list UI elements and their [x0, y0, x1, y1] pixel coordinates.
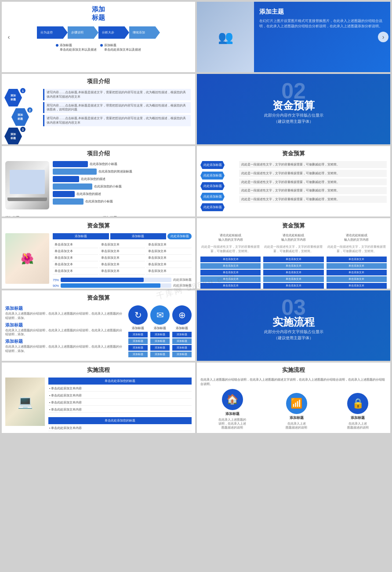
- prog-bar-bg-1: [61, 278, 171, 282]
- td-1-5: 单击添加文本: [53, 268, 98, 275]
- add-title-blue-3: 添加标题: [5, 338, 125, 345]
- slide-8: 资金预算 请在此处粘贴或输入您的文字内容 此处是一段描述性文字，文字的容量根据需…: [197, 218, 390, 289]
- icon-col-1: ↻ 添加标题 添加标题 添加标题 添加标题 添加标题: [128, 305, 148, 357]
- diamond-1: 此处添加标题: [200, 161, 225, 169]
- slide9-left: 添加标题 在此录入上述图题的分绍说明，在此录入上述图题的分绍说明，在此录入上述图…: [5, 305, 125, 357]
- slide2-desc: 在幻灯片上图片设置图片格式可直接替换图片，在此录入上述图题的分绍组合说明，在此录…: [259, 18, 385, 29]
- table1-row-4: • 单击此处添加文本内容: [48, 407, 192, 413]
- slide12-title: 实施流程: [197, 363, 390, 376]
- slide3-hexagons: 添加标题 1 添加标题 2 添加标题 3: [4, 89, 40, 144]
- col3-3-desc: 此处是一段描述性文字，文字的容量根据需要，可做删减处理，宜精简。: [327, 245, 387, 253]
- list-bar-6: 在此添加您的小标题: [53, 198, 192, 205]
- slide2-title: 添加主题: [259, 8, 385, 16]
- col3-2-desc: 此处是一段描述性文字，文字的容量根据需要，可做删减处理，宜精简。: [263, 245, 323, 253]
- prog-pct-1: 75%: [53, 279, 59, 282]
- slide6-right: 此处是一段描述性文字，文字的容量根据需要，可做删减处理，宜精简。 此处是一段描述…: [239, 161, 387, 211]
- slide-12: 实施流程 在此录入上述图题的分绍组合说明，在此录入上述图题的描述文字说明，在此录…: [197, 363, 390, 433]
- th-1: 添加标题: [53, 233, 109, 239]
- table1-row-2: • 单击此处添加文本内容: [48, 393, 192, 399]
- sm-label-2-2: 添加标题: [150, 338, 170, 344]
- slide1-content: 添加标题 分为这些 步骤说明 分析大步 继续添加 添加标题单击此处添加文本以及描…: [2, 2, 195, 55]
- dot-2: [100, 44, 103, 47]
- list-item-1: 在此添加您的小标题: [90, 162, 117, 166]
- list-bar-1: 在此添加您的小标题: [53, 161, 192, 167]
- sm-label-3-2: 添加标题: [172, 338, 192, 344]
- slide7-table-header: 添加标题 添加标题 此处添加标题: [53, 233, 192, 239]
- slide11-title: 实施流程: [2, 363, 195, 376]
- slide-9: 资金预算 添加标题 在此录入上述图题的分绍说明，在此录入上述图题的分绍说明，在此…: [2, 290, 195, 361]
- sm-label-1-2: 添加标题: [128, 338, 148, 344]
- slide12-desc: 在此录入上述图题的分绍组合说明，在此录入上述图题的描述文字说明，在此录入上述图题…: [200, 378, 387, 386]
- label-2-5: 单击添加文本: [263, 283, 323, 289]
- diamond-4: 此处添加标题: [200, 193, 225, 201]
- slide11-img: 💻: [5, 378, 45, 426]
- col3-1: 请在此处粘贴或输入您的文字内容 此处是一段描述性文字，文字的容量根据需要，可做删…: [200, 233, 261, 289]
- slide12-content: 在此录入上述图题的分绍组合说明，在此录入上述图题的描述文字说明，在此录入上述图题…: [197, 376, 390, 431]
- slide4-inner: 资金预算 此部分分内容作文字排版占位显示（建议使用主题字体）: [264, 99, 323, 125]
- slide9-content: 添加标题 在此录入上述图题的分绍说明，在此录入上述图题的分绍说明，在此录入上述图…: [2, 304, 195, 359]
- slide5-bottom: 添加标题 在此录入上述图题的分绍说明，在此录入本图题的好段摘述说明。 添加标题 …: [2, 214, 195, 216]
- col3-3-labels: 单击添加文本 单击添加文本 单击添加文本 单击添加文本 单击添加文本: [327, 257, 387, 289]
- slide6-title: 资金预算: [197, 146, 390, 159]
- label-2-3: 单击添加文本: [263, 270, 323, 275]
- prog-pct-2: 90%: [53, 284, 59, 287]
- th-rounded: 此处添加标题: [167, 233, 192, 239]
- col-1: 单击添加文本 单击添加文本 单击添加文本 单击添加文本 单击添加文本: [53, 242, 98, 275]
- bar-1: [53, 161, 88, 167]
- sm-label-1-1: 添加标题: [128, 332, 148, 337]
- td-2-1: 单击添加文本: [99, 242, 145, 248]
- desc-box-1: 请写内容……点击标题,本标题是描述文字，需要把想说的内容写在这里，此为概括性描述…: [43, 89, 191, 100]
- slide5-add-block-2: 添加标题 在此录入上述图题的分绍说明，在此录入本图题的好段摘述说明。: [103, 216, 192, 216]
- slide-4: 02 资金预算 此部分分内容作文字排版占位显示（建议使用主题字体）: [197, 74, 390, 144]
- td-3-4: 单击添加文本: [146, 261, 192, 268]
- img-people-icon: 👥: [218, 30, 233, 44]
- sm-label-2-4: 添加标题: [150, 352, 170, 357]
- prog-row-2: 90% 此处添加标题: [53, 283, 192, 288]
- dot-1: [56, 44, 58, 47]
- diamond-labels: 此处添加标题 此处添加标题 此处添加标题 此处添加标题 此处添加标题: [200, 161, 236, 211]
- arrow-2: 步骤说明: [68, 26, 98, 39]
- bar-4: [53, 183, 92, 190]
- desc-right-1: 此处是一段描述性文字，文字的容量根据需要，可做删减处理，宜精简。: [239, 161, 387, 168]
- flow-label-2: 添加标题: [290, 415, 304, 420]
- globe-icon: ⊕: [172, 305, 192, 325]
- recycle-icon: ↻: [128, 305, 148, 325]
- icon-label-3: 添加标题: [176, 326, 188, 330]
- slide-10: 03 实施流程 此部分分内容作文字排版占位显示（建议使用主题字体）: [197, 290, 390, 361]
- table1-header: 单击此处添加您的标题: [48, 378, 192, 385]
- col3-1-desc: 此处是一段描述性文字，文字的容量根据需要，可做删减处理，宜精简。: [200, 245, 261, 253]
- small-desc-2: 在此录入上述图题的分绍说明，在此录入上述图题的分绍说明，在此录入上述图题的分绍说…: [5, 328, 125, 337]
- prog-bar-fill-1: [61, 278, 144, 282]
- col3-2-title: 请在此处粘贴或输入您的文字内容: [281, 233, 306, 242]
- table2-row-1: • 单击此处添加文本内容: [48, 425, 192, 431]
- label-1-5: 单击添加文本: [200, 283, 261, 289]
- list-item-4: 在此添加您的小标题: [94, 184, 122, 189]
- slide3-title: 项目介绍: [2, 74, 195, 87]
- bar-5: [53, 191, 75, 197]
- desc-right-2: 此处是一段描述性文字，文字的容量根据需要，可做删减处理，宜精简。: [239, 170, 387, 177]
- nav-next[interactable]: ›: [378, 32, 388, 42]
- progress-area: 75% 此处添加标题 90% 此处添加标题 60%: [53, 278, 192, 289]
- td-1-2: 单击添加文本: [53, 248, 98, 255]
- diamond-2: 此处添加标题: [200, 172, 225, 180]
- slide1-label-right: 添加标题单击此处添加文本以及描述: [100, 43, 141, 52]
- slide3-content: 添加标题 1 添加标题 2 添加标题 3: [2, 87, 195, 144]
- col3-3: 请在此处粘贴或输入您的文字内容 此处是一段描述性文字，文字的容量根据需要，可做删…: [327, 233, 387, 289]
- slide5-add-block-1: 添加标题 在此录入上述图题的分绍说明，在此录入本图题的好段摘述说明。: [5, 216, 94, 216]
- prog-title-1: 此处添加标题: [173, 278, 192, 282]
- desc-right-4: 此处是一段描述性文字，文字的容量根据需要，可做删减处理，宜精简。: [239, 187, 387, 194]
- arrow-4: 继续添加: [129, 26, 160, 39]
- nav-prev[interactable]: ‹: [4, 32, 14, 42]
- flow-icons-row: 🏠 添加标题 在此录入上述图题的说明，在此录入上述图题描述的说明 📶 添加标题 …: [200, 389, 387, 429]
- hex-num-3: 3: [20, 127, 25, 132]
- flow-sublabel-1: 在此录入上述图题的说明，在此录入上述图题描述的说明: [218, 418, 246, 429]
- slide-3: 项目介绍 添加标题 1 添加标题 2 添加标题: [2, 74, 195, 144]
- add-block-3: 添加标题 在此录入上述图题的分绍说明，在此录入上述图题的分绍说明，在此录入上述图…: [5, 338, 125, 353]
- flow-label-3: 添加标题: [351, 415, 365, 420]
- slide7-cols: 单击添加文本 单击添加文本 单击添加文本 单击添加文本 单击添加文本 单击添加文…: [53, 242, 192, 275]
- td-2-3: 单击添加文本: [99, 255, 145, 261]
- slide-6: 资金预算 此处添加标题 此处添加标题 此处添加标题 此处添加标题 此处添加标题 …: [197, 146, 390, 216]
- label-3-5: 单击添加文本: [327, 283, 387, 289]
- slide2-image: 👥: [197, 2, 254, 72]
- lock-icon: 🔒: [347, 393, 368, 414]
